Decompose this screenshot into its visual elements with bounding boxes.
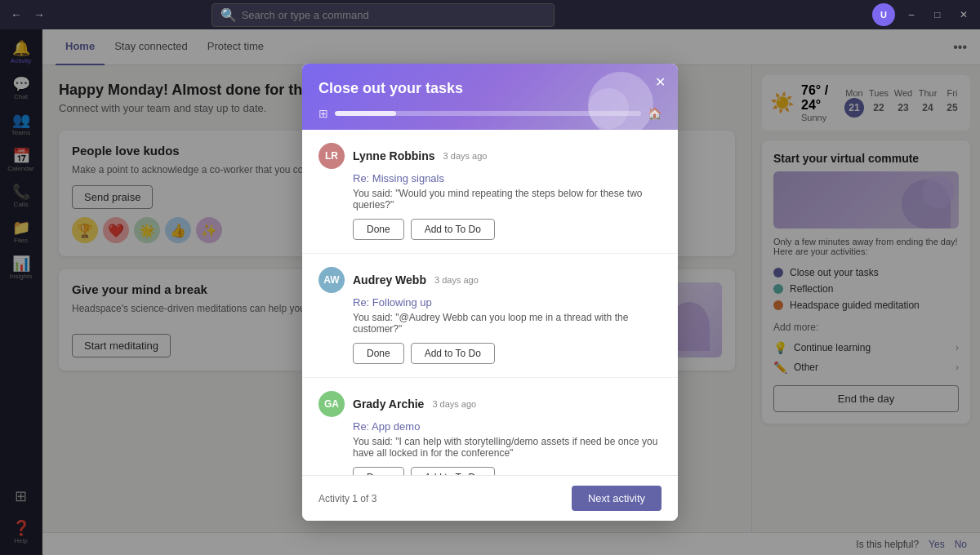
task-item-1: AW Audrey Webb 3 days ago Re: Following … bbox=[302, 254, 678, 378]
next-activity-button[interactable]: Next activity bbox=[572, 486, 662, 511]
search-bar: 🔍 bbox=[212, 3, 555, 27]
task-add-button-0[interactable]: Add to To Do bbox=[411, 219, 495, 240]
task-add-button-1[interactable]: Add to To Do bbox=[411, 343, 495, 364]
task-done-button-0[interactable]: Done bbox=[353, 219, 404, 240]
task-time-0: 3 days ago bbox=[443, 151, 488, 161]
task-actions-1: Done Add to To Do bbox=[318, 343, 662, 364]
modal-overlay: Close out your tasks ✕ ⊞ 🏠 LR Lynne Robb… bbox=[0, 29, 980, 555]
task-done-button-1[interactable]: Done bbox=[353, 343, 404, 364]
task-header-2: GA Grady Archie 3 days ago bbox=[318, 391, 662, 417]
maximize-button[interactable]: □ bbox=[928, 5, 947, 24]
titlebar-right: U – □ ✕ bbox=[872, 3, 973, 26]
modal-footer: Activity 1 of 3 Next activity bbox=[302, 475, 678, 521]
modal-header: Close out your tasks ✕ ⊞ 🏠 bbox=[302, 64, 678, 130]
modal-body: LR Lynne Robbins 3 days ago Re: Missing … bbox=[302, 130, 678, 475]
modal: Close out your tasks ✕ ⊞ 🏠 LR Lynne Robb… bbox=[302, 64, 678, 521]
close-button[interactable]: ✕ bbox=[954, 5, 973, 24]
progress-start-icon: ⊞ bbox=[318, 107, 328, 120]
task-actions-2: Done Add to To Do bbox=[318, 467, 662, 475]
task-subject-2: Re: App demo bbox=[318, 420, 662, 433]
task-time-1: 3 days ago bbox=[434, 275, 479, 285]
task-time-2: 3 days ago bbox=[432, 399, 476, 409]
task-avatar-0: LR bbox=[318, 143, 345, 169]
task-preview-2: You said: "I can help with storytelling/… bbox=[318, 436, 662, 459]
minimize-button[interactable]: – bbox=[902, 5, 921, 24]
avatar[interactable]: U bbox=[872, 3, 895, 26]
task-add-button-2[interactable]: Add to To Do bbox=[411, 467, 495, 475]
task-preview-0: You said: "Would you mind repeating the … bbox=[318, 188, 662, 211]
task-avatar-1: AW bbox=[318, 267, 345, 293]
task-subject-1: Re: Following up bbox=[318, 296, 662, 309]
task-subject-0: Re: Missing signals bbox=[318, 172, 662, 184]
task-item-0: LR Lynne Robbins 3 days ago Re: Missing … bbox=[302, 130, 678, 254]
task-header-0: LR Lynne Robbins 3 days ago bbox=[318, 143, 662, 169]
activity-counter: Activity 1 of 3 bbox=[318, 493, 376, 504]
titlebar: ← → 🔍 U – □ ✕ bbox=[0, 0, 980, 29]
task-sender-2: Grady Archie bbox=[353, 397, 424, 411]
search-icon: 🔍 bbox=[220, 7, 237, 23]
task-header-1: AW Audrey Webb 3 days ago bbox=[318, 267, 662, 293]
task-actions-0: Done Add to To Do bbox=[318, 219, 662, 240]
task-preview-1: You said: "@Audrey Webb can you loop me … bbox=[318, 312, 662, 335]
forward-button[interactable]: → bbox=[29, 5, 49, 24]
task-done-button-2[interactable]: Done bbox=[353, 467, 404, 475]
task-sender-0: Lynne Robbins bbox=[353, 149, 435, 162]
header-blob-2 bbox=[588, 88, 629, 129]
back-button[interactable]: ← bbox=[7, 5, 26, 24]
titlebar-nav: ← → bbox=[7, 5, 49, 24]
task-sender-1: Audrey Webb bbox=[353, 273, 426, 286]
progress-fill bbox=[335, 111, 396, 116]
task-avatar-2: GA bbox=[318, 391, 345, 417]
task-item-2: GA Grady Archie 3 days ago Re: App demo … bbox=[302, 378, 678, 475]
search-input[interactable] bbox=[242, 9, 546, 21]
modal-close-button[interactable]: ✕ bbox=[650, 72, 670, 91]
